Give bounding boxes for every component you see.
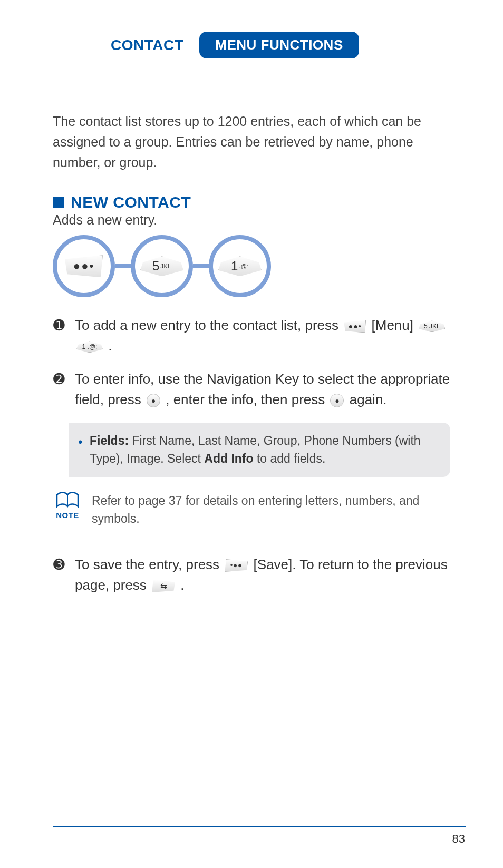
footer-rule [53,826,466,827]
step-2-mid: , enter the info, then press [166,392,328,407]
step-number-3-icon: ➌ [53,554,65,596]
add-info-label: Add Info [204,452,253,465]
inline-save-key-icon: •●● [225,559,248,572]
step-1-end: . [108,338,112,354]
note-icon-wrap: NOTE [53,491,82,520]
key-1-digit: 1 [231,259,238,274]
section-heading: NEW CONTACT [53,193,450,211]
key-circle-menu: ●●• [53,235,115,297]
open-book-icon [55,491,80,510]
step-1: ➊ To add a new entry to the contact list… [53,315,450,356]
step-3: ➌ To save the entry, press •●● [Save]. T… [53,554,450,596]
steps-list: ➊ To add a new entry to the contact list… [53,315,450,596]
bullet-icon: • [78,433,82,452]
intro-paragraph: The contact list stores up to 1200 entri… [53,111,450,172]
key-5-icon: 5 JKL [140,256,183,276]
key-5-digit: 5 [152,259,159,274]
header-tab: MENU FUNCTIONS [199,32,359,58]
step-1-text: To add a new entry to the contact list, … [75,315,450,356]
inline-ok-key-icon: ● [330,394,344,407]
menu-key-icon: ●●• [65,255,103,277]
key-sequence-diagram: ●●• 5 JKL 1 .@: [53,235,450,297]
step-3-text: To save the entry, press •●● [Save]. To … [75,554,450,596]
inline-key-1-icon: 1 .@: [76,341,103,353]
step-3-pre: To save the entry, press [75,557,223,572]
fields-callout: • Fields: First Name, Last Name, Group, … [69,423,450,477]
note-callout: NOTE Refer to page 37 for details on ent… [53,491,450,528]
key-1-icon: 1 .@: [218,256,262,276]
section-bullet-icon [53,197,64,208]
step-number-1-icon: ➊ [53,315,65,356]
inline-ok-key-icon: ● [147,394,160,407]
page-header: CONTACT MENU FUNCTIONS [111,32,450,58]
inline-back-key-icon: ⇆ [152,580,175,592]
key-1-symbols: .@: [239,263,249,269]
step-2-end: again. [350,392,387,407]
note-label: NOTE [53,511,82,520]
key-connector-icon [115,264,131,268]
note-text: Refer to page 37 for details on entering… [92,491,450,528]
inline-menu-key-icon: ●●• [344,320,366,333]
step-1-pre: To add a new entry to the contact list, … [75,317,342,333]
step-3-end: . [180,577,184,593]
section-title: NEW CONTACT [71,193,191,211]
inline-key-5-icon: 5 JKL [419,320,445,332]
fields-text-2: to add fields. [257,452,325,465]
step-2-text: To enter info, use the Navigation Key to… [75,369,450,410]
page-number: 83 [452,832,465,846]
fields-text-1: First Name, Last Name, Group, Phone Numb… [90,434,421,465]
key-5-letters: JKL [160,263,171,269]
header-section-label: CONTACT [111,37,183,54]
fields-label: Fields: [90,434,129,447]
step-2: ➋ To enter info, use the Navigation Key … [53,369,450,410]
key-circle-1: 1 .@: [209,235,271,297]
section-subtitle: Adds a new entry. [53,212,450,228]
step-number-2-icon: ➋ [53,369,65,410]
key-connector-icon [193,264,209,268]
step-1-menu-label: [Menu] [372,317,418,333]
key-circle-5: 5 JKL [131,235,193,297]
